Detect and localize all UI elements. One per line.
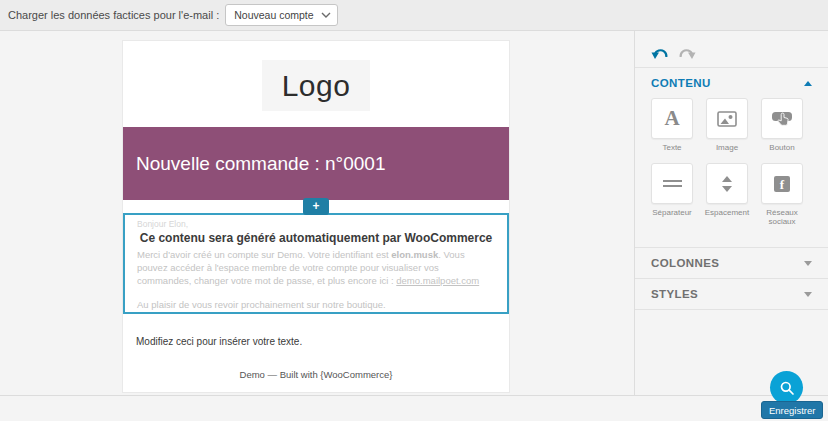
spacer-icon — [722, 176, 732, 192]
styles-section-header[interactable]: STYLES — [635, 279, 828, 310]
add-block-button[interactable]: + — [303, 198, 329, 215]
body-username: elon.musk — [391, 249, 438, 260]
tile-label: Image — [699, 143, 755, 152]
social-block-tile[interactable]: f — [761, 163, 803, 204]
expand-icon — [804, 292, 812, 297]
tile-label: Réseaux sociaux — [754, 208, 810, 226]
content-item-texte: A Texte — [651, 98, 693, 152]
footer-divider — [0, 395, 828, 396]
mailpoet-link[interactable]: demo.mailpoet.com — [396, 275, 479, 286]
preview-data-toolbar: Charger les données factices pour l'e-ma… — [0, 0, 828, 31]
body-text: Merci d'avoir créé un compte sur Demo. V… — [137, 249, 391, 260]
expand-icon — [804, 261, 812, 266]
preview-data-select-wrap: Nouveau compte — [225, 4, 338, 26]
heading-text: Nouvelle commande : n°0001 — [136, 153, 385, 175]
content-item-reseaux-sociaux: f Réseaux sociaux — [761, 163, 803, 226]
headline-text: Ce contenu sera généré automatiquement p… — [137, 231, 495, 245]
logo-block[interactable]: Logo — [262, 60, 370, 111]
redo-button[interactable] — [678, 41, 696, 67]
history-toolbar — [635, 31, 828, 68]
divider-block-tile[interactable] — [651, 163, 693, 204]
text-block-tile[interactable]: A — [651, 98, 693, 139]
columns-section-label: COLONNES — [651, 257, 719, 269]
heading-block[interactable]: Nouvelle commande : n°0001 — [123, 127, 509, 200]
email-footer-block[interactable]: Demo — Built with {WooCommerce} — [123, 369, 509, 380]
button-block-tile[interactable] — [761, 98, 803, 139]
content-item-separateur: Séparateur — [651, 163, 693, 226]
greeting-text: Bonjour Elon, — [137, 219, 495, 230]
collapse-icon — [804, 81, 812, 86]
body-paragraph: Merci d'avoir créé un compte sur Demo. V… — [137, 248, 495, 287]
preview-button[interactable] — [770, 371, 803, 404]
content-blocks-grid: A Texte Image — [651, 98, 812, 226]
save-button[interactable]: Enregistrer — [761, 401, 823, 419]
image-block-tile[interactable] — [706, 98, 748, 139]
image-icon — [717, 111, 737, 127]
content-section-label: CONTENU — [651, 77, 711, 89]
facebook-icon: f — [774, 176, 790, 192]
preview-data-label: Charger les données factices pour l'e-ma… — [8, 9, 219, 21]
mailpoet-email-editor: Charger les données factices pour l'e-ma… — [0, 0, 828, 421]
editor-sidebar: CONTENU A Texte — [634, 31, 828, 395]
tile-label: Séparateur — [644, 208, 700, 217]
spacer-block-tile[interactable] — [706, 163, 748, 204]
button-icon — [771, 110, 793, 127]
preview-data-select[interactable]: Nouveau compte — [225, 4, 338, 26]
tile-label: Espacement — [699, 208, 755, 217]
text-icon: A — [664, 106, 679, 131]
content-section-header[interactable]: CONTENU — [651, 77, 812, 89]
placeholder-text-block[interactable]: Modifiez ceci pour insérer votre texte. — [136, 336, 302, 347]
logo-text: Logo — [282, 69, 351, 103]
closing-text: Au plaisir de vous revoir prochainement … — [137, 299, 495, 310]
content-item-bouton: Bouton — [761, 98, 803, 152]
undo-arrow-icon — [651, 47, 669, 62]
divider-icon — [663, 180, 682, 187]
content-item-espacement: Espacement — [706, 163, 748, 226]
magnifier-icon — [779, 380, 795, 396]
redo-arrow-icon — [678, 47, 696, 62]
content-section: CONTENU A Texte — [635, 68, 828, 248]
content-item-image: Image — [706, 98, 748, 152]
styles-section-label: STYLES — [651, 288, 698, 300]
undo-button[interactable] — [651, 41, 669, 67]
tile-label: Bouton — [754, 143, 810, 152]
email-canvas: Logo Nouvelle commande : n°0001 + Bonjou… — [122, 40, 510, 393]
tile-label: Texte — [644, 143, 700, 152]
columns-section-header[interactable]: COLONNES — [635, 248, 828, 279]
selected-text-block[interactable]: Bonjour Elon, Ce contenu sera généré aut… — [123, 213, 509, 314]
